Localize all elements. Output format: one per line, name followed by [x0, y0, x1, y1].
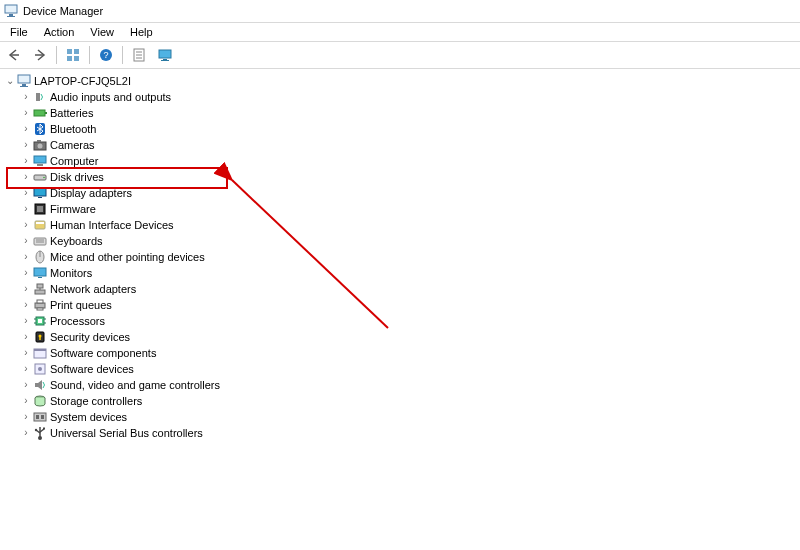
- properties-button[interactable]: [127, 44, 151, 66]
- tree-item[interactable]: ›Firmware: [2, 201, 798, 217]
- bluetooth-icon: [32, 121, 48, 137]
- expander-icon[interactable]: ⌄: [4, 73, 16, 89]
- expander-icon[interactable]: ›: [20, 121, 32, 137]
- device-tree[interactable]: ⌄LAPTOP-CFJQ5L2I›Audio inputs and output…: [0, 69, 800, 445]
- expander-icon[interactable]: ›: [20, 153, 32, 169]
- audio-icon: [32, 89, 48, 105]
- tree-item[interactable]: ›Software components: [2, 345, 798, 361]
- expander-icon[interactable]: ›: [20, 409, 32, 425]
- toolbar-separator: [56, 46, 57, 64]
- keyboard-icon: [32, 233, 48, 249]
- tree-item-label: Disk drives: [48, 169, 104, 185]
- expander-icon[interactable]: ›: [20, 297, 32, 313]
- tree-item[interactable]: ›Mice and other pointing devices: [2, 249, 798, 265]
- tree-item[interactable]: ›Disk drives: [2, 169, 798, 185]
- menu-bar: File Action View Help: [0, 23, 800, 42]
- tree-item-label: Processors: [48, 313, 105, 329]
- expander-icon[interactable]: ›: [20, 377, 32, 393]
- expander-icon[interactable]: ›: [20, 281, 32, 297]
- tree-item[interactable]: ›Sound, video and game controllers: [2, 377, 798, 393]
- tree-item[interactable]: ›Bluetooth: [2, 121, 798, 137]
- expander-icon[interactable]: ›: [20, 89, 32, 105]
- expander-icon[interactable]: ›: [20, 249, 32, 265]
- tree-item-label: Cameras: [48, 137, 95, 153]
- expander-icon[interactable]: ›: [20, 345, 32, 361]
- display-icon: [32, 185, 48, 201]
- scan-hardware-button[interactable]: [153, 44, 177, 66]
- tree-item[interactable]: ›Processors: [2, 313, 798, 329]
- menu-help[interactable]: Help: [122, 25, 161, 39]
- tree-item-label: Batteries: [48, 105, 93, 121]
- computer-icon: [16, 73, 32, 89]
- battery-icon: [32, 105, 48, 121]
- tree-item[interactable]: ›Print queues: [2, 297, 798, 313]
- tree-item[interactable]: ›Display adapters: [2, 185, 798, 201]
- tree-item[interactable]: ›System devices: [2, 409, 798, 425]
- tree-item-label: Bluetooth: [48, 121, 96, 137]
- expander-icon[interactable]: ›: [20, 105, 32, 121]
- menu-action[interactable]: Action: [36, 25, 83, 39]
- tree-item-label: Mice and other pointing devices: [48, 249, 205, 265]
- expander-icon[interactable]: ›: [20, 393, 32, 409]
- software-dev-icon: [32, 361, 48, 377]
- printer-icon: [32, 297, 48, 313]
- expander-icon[interactable]: ›: [20, 201, 32, 217]
- tree-item[interactable]: ›Human Interface Devices: [2, 217, 798, 233]
- disk-icon: [32, 169, 48, 185]
- toolbar: [0, 42, 800, 69]
- expander-icon[interactable]: ›: [20, 313, 32, 329]
- camera-icon: [32, 137, 48, 153]
- expander-icon[interactable]: ›: [20, 169, 32, 185]
- security-icon: [32, 329, 48, 345]
- menu-file[interactable]: File: [2, 25, 36, 39]
- mouse-icon: [32, 249, 48, 265]
- tree-item-label: Audio inputs and outputs: [48, 89, 171, 105]
- expander-icon[interactable]: ›: [20, 217, 32, 233]
- tree-item[interactable]: ›Audio inputs and outputs: [2, 89, 798, 105]
- expander-icon[interactable]: ›: [20, 233, 32, 249]
- forward-button[interactable]: [28, 44, 52, 66]
- expander-icon[interactable]: ›: [20, 361, 32, 377]
- back-button[interactable]: [2, 44, 26, 66]
- tree-item-label: Sound, video and game controllers: [48, 377, 220, 393]
- tree-item-label: Human Interface Devices: [48, 217, 174, 233]
- menu-view[interactable]: View: [82, 25, 122, 39]
- titlebar[interactable]: Device Manager: [0, 0, 800, 23]
- expander-icon[interactable]: ›: [20, 265, 32, 281]
- processor-icon: [32, 313, 48, 329]
- tree-item[interactable]: ›Security devices: [2, 329, 798, 345]
- usb-icon: [32, 425, 48, 441]
- tree-item[interactable]: ›Batteries: [2, 105, 798, 121]
- expander-icon[interactable]: ›: [20, 185, 32, 201]
- tree-item-label: Security devices: [48, 329, 130, 345]
- storage-icon: [32, 393, 48, 409]
- tree-item-label: Computer: [48, 153, 98, 169]
- expander-icon[interactable]: ›: [20, 329, 32, 345]
- network-icon: [32, 281, 48, 297]
- tree-item-label: Display adapters: [48, 185, 132, 201]
- tree-root[interactable]: ⌄LAPTOP-CFJQ5L2I: [2, 73, 798, 89]
- expander-icon[interactable]: ›: [20, 425, 32, 441]
- firmware-icon: [32, 201, 48, 217]
- tree-item-label: Storage controllers: [48, 393, 142, 409]
- tree-item[interactable]: ›Keyboards: [2, 233, 798, 249]
- sound-icon: [32, 377, 48, 393]
- tree-item[interactable]: ›Computer: [2, 153, 798, 169]
- expander-icon[interactable]: ›: [20, 137, 32, 153]
- tree-item-label: Network adapters: [48, 281, 136, 297]
- help-button[interactable]: [94, 44, 118, 66]
- tree-item-label: Keyboards: [48, 233, 103, 249]
- tree-item[interactable]: ›Monitors: [2, 265, 798, 281]
- tree-item[interactable]: ›Storage controllers: [2, 393, 798, 409]
- show-hidden-button[interactable]: [61, 44, 85, 66]
- tree-item[interactable]: ›Universal Serial Bus controllers: [2, 425, 798, 441]
- app-icon: [3, 3, 19, 19]
- window-title: Device Manager: [23, 5, 103, 17]
- system-icon: [32, 409, 48, 425]
- tree-item-label: Software components: [48, 345, 156, 361]
- tree-item[interactable]: ›Network adapters: [2, 281, 798, 297]
- tree-item[interactable]: ›Software devices: [2, 361, 798, 377]
- tree-item-label: System devices: [48, 409, 127, 425]
- tree-item-label: Universal Serial Bus controllers: [48, 425, 203, 441]
- tree-item[interactable]: ›Cameras: [2, 137, 798, 153]
